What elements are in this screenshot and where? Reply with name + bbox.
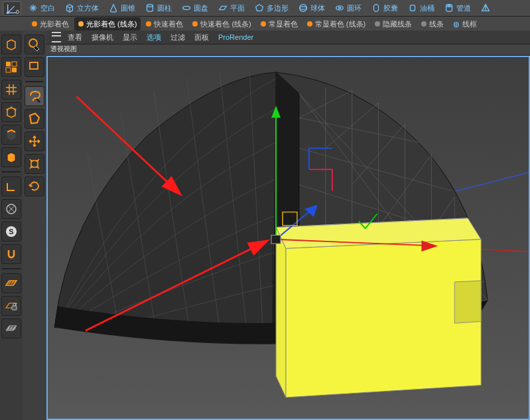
- svg-point-13: [448, 5, 450, 7]
- points-button[interactable]: [1, 102, 21, 122]
- shading-隐藏线条-button[interactable]: 隐藏线条: [371, 17, 416, 31]
- viewport-menu-bar: 查看摄像机显示选项过滤面板ProRender: [46, 31, 530, 44]
- svg-point-10: [338, 7, 341, 9]
- shading-快速着色-button[interactable]: 快速着色: [142, 17, 187, 31]
- viewport-title: 透视视图: [46, 44, 530, 56]
- wplane-button[interactable]: [1, 273, 21, 293]
- perspective-viewport[interactable]: [46, 56, 530, 420]
- shading-mode-bar: 光影着色光影着色 (线条)快速着色快速着色 (线条)常显着色常显着色 (线条)隐…: [0, 17, 530, 32]
- primitive-oiltank-button[interactable]: 油桶: [403, 1, 438, 15]
- poly-sel-button[interactable]: [25, 109, 44, 129]
- svg-point-6: [183, 6, 190, 9]
- texture-icon: [4, 82, 19, 97]
- svg-point-19: [15, 109, 17, 111]
- primitive-polygon-button[interactable]: 多边形: [250, 1, 293, 15]
- axis-button[interactable]: [1, 176, 21, 196]
- select-live-button[interactable]: [25, 35, 44, 54]
- svg-rect-14: [6, 62, 11, 66]
- torus-icon: [334, 3, 345, 13]
- cylinder-icon: [145, 3, 155, 13]
- vpmenu-查看[interactable]: 查看: [68, 33, 82, 42]
- primitive-capsule-button[interactable]: 胶囊: [367, 1, 402, 15]
- svg-point-8: [300, 7, 307, 9]
- primitive-plane-button[interactable]: 平面: [214, 1, 249, 15]
- globe-icon: ◍: [453, 20, 460, 29]
- mode-toolbar: S: [0, 31, 23, 420]
- radio-dot-icon: [32, 21, 37, 27]
- make-editable-button[interactable]: [1, 35, 21, 54]
- svg-point-5: [147, 5, 153, 7]
- texture-button[interactable]: [1, 80, 21, 100]
- svg-rect-69: [271, 235, 281, 244]
- wplane-icon: [4, 276, 19, 291]
- polygon-icon: [254, 3, 265, 13]
- radio-dot-icon: [78, 21, 84, 27]
- s-mode-icon: S: [4, 224, 19, 239]
- uv-button[interactable]: [1, 199, 21, 219]
- primitive-cylinder-button[interactable]: 圆柱: [141, 1, 176, 15]
- radio-dot-icon: [421, 21, 427, 27]
- locked-button[interactable]: [1, 296, 21, 316]
- grid-button[interactable]: [1, 318, 21, 338]
- shading-线框-button[interactable]: ◍线框: [449, 17, 481, 31]
- shading-常显着色-button[interactable]: 常显着色: [257, 17, 302, 31]
- axis-icon: [4, 179, 19, 194]
- move-icon: [27, 134, 42, 149]
- vpmenu-显示[interactable]: 显示: [123, 33, 137, 42]
- capsule-icon: [371, 3, 381, 13]
- svg-rect-24: [12, 306, 17, 310]
- rotate-button[interactable]: [25, 176, 44, 196]
- oiltank-icon: [407, 3, 418, 13]
- primitive-tube-button[interactable]: 管道: [440, 1, 475, 15]
- primitive-null-button[interactable]: 空白: [24, 1, 59, 15]
- primitive-disc-button[interactable]: 圆盘: [177, 1, 212, 15]
- polygons-button[interactable]: [1, 147, 21, 167]
- vpmenu-摄像机[interactable]: 摄像机: [92, 33, 113, 42]
- vpmenu-选项[interactable]: 选项: [147, 33, 161, 42]
- shading-光影着色 (线条)-button[interactable]: 光影着色 (线条): [74, 17, 141, 31]
- primitive-cube-button[interactable]: 立方体: [60, 1, 103, 15]
- primitive-pyramid-button[interactable]: [476, 1, 497, 15]
- move-button[interactable]: [25, 131, 44, 151]
- svg-point-20: [11, 107, 13, 109]
- vpmenu-过滤[interactable]: 过滤: [170, 33, 185, 42]
- radio-dot-icon: [192, 21, 198, 27]
- make-editable-icon: [4, 37, 19, 52]
- lasso-button[interactable]: [25, 86, 44, 106]
- svg-rect-16: [6, 68, 11, 72]
- scale-icon: [27, 157, 42, 171]
- uv-icon: [4, 202, 19, 216]
- shading-光影着色-button[interactable]: 光影着色: [28, 17, 73, 31]
- svg-rect-11: [373, 5, 378, 12]
- tube-icon: [444, 3, 454, 13]
- scale-button[interactable]: [25, 154, 44, 174]
- primitive-torus-button[interactable]: 圆环: [330, 1, 365, 15]
- s-mode-button[interactable]: S: [1, 222, 21, 242]
- lasso-icon: [27, 89, 42, 104]
- edges-button[interactable]: [1, 125, 21, 145]
- svg-marker-60: [454, 281, 481, 323]
- shading-常显着色 (线条)-button[interactable]: 常显着色 (线条): [303, 17, 369, 31]
- select-rect-button[interactable]: [25, 57, 44, 77]
- snap-button[interactable]: [1, 244, 21, 264]
- cube-icon: [64, 3, 75, 13]
- primitive-cone-button[interactable]: 圆锥: [104, 1, 139, 15]
- model-button[interactable]: [1, 57, 21, 77]
- primitive-shelf: 空白立方体圆锥圆柱圆盘平面多边形球体圆环胶囊油桶管道: [0, 0, 530, 17]
- sphere-icon: [298, 3, 308, 13]
- vpmenu-面板[interactable]: 面板: [194, 33, 209, 42]
- svg-marker-58: [276, 227, 286, 397]
- svg-point-7: [300, 5, 307, 12]
- shading-线条-button[interactable]: 线条: [417, 17, 448, 31]
- vpmenu-ProRender[interactable]: ProRender: [218, 33, 253, 41]
- radio-dot-icon: [307, 21, 312, 27]
- select-rect-icon: [27, 60, 42, 74]
- cube-object: [276, 218, 481, 397]
- hamburger-icon[interactable]: [52, 32, 61, 42]
- coord-origin-button[interactable]: 0: [3, 1, 21, 16]
- shading-快速着色 (线条)-button[interactable]: 快速着色 (线条): [188, 17, 255, 31]
- polygons-icon: [4, 150, 19, 165]
- primitive-sphere-button[interactable]: 球体: [294, 1, 329, 15]
- svg-rect-17: [12, 68, 17, 72]
- scene-canvas: [48, 57, 529, 419]
